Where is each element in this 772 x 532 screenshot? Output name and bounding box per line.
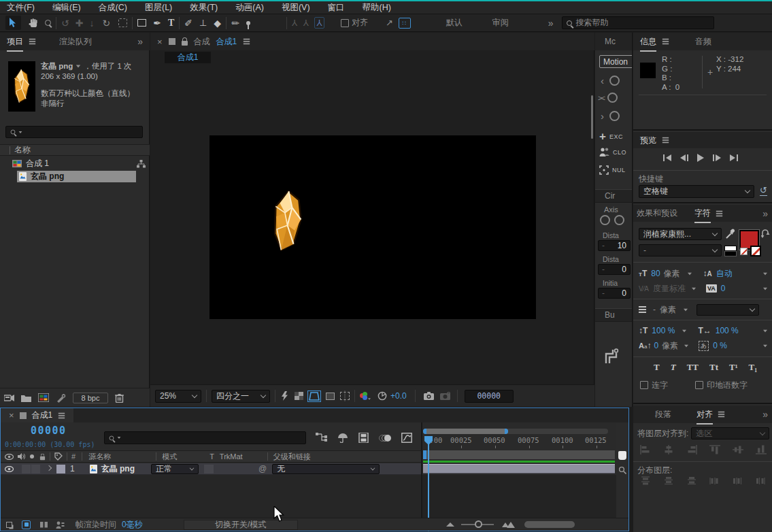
grid-guides-icon[interactable] xyxy=(340,392,350,400)
rectangle-tool-icon[interactable] xyxy=(137,19,146,27)
menu-edit[interactable]: 编辑(E) xyxy=(52,2,81,14)
shortcut-dropdown[interactable]: 空格键 xyxy=(639,185,754,198)
first-frame-button[interactable] xyxy=(663,154,671,161)
font-style-dropdown[interactable]: - xyxy=(639,244,722,256)
layer-name[interactable]: 玄晶 png xyxy=(101,463,135,475)
ligatures-checkbox[interactable] xyxy=(640,381,648,389)
solo-column-icon[interactable] xyxy=(30,454,34,459)
layer-expand-chevron[interactable] xyxy=(46,465,52,470)
mini-flowchart-icon[interactable] xyxy=(316,433,327,443)
anchor-target-icon[interactable] xyxy=(607,93,618,103)
brush-tool-icon[interactable]: ✐ xyxy=(184,18,192,29)
mask-visibility-icon[interactable] xyxy=(309,392,320,401)
horizontal-scale-dropdown-icon[interactable] xyxy=(763,329,767,332)
per-character-3d-icon[interactable]: ∷ xyxy=(399,18,411,29)
workspace-overflow-button[interactable]: » xyxy=(548,18,554,29)
selection-tool-button[interactable] xyxy=(5,16,21,30)
pickwhip-icon[interactable]: @ xyxy=(258,464,267,473)
hand-tool-icon[interactable] xyxy=(28,18,38,28)
align-left-button[interactable] xyxy=(640,445,651,454)
dolly-camera-tool-icon[interactable]: ↓ xyxy=(89,18,94,29)
font-size-value[interactable]: 80 xyxy=(651,269,660,278)
preview-panel-menu-icon[interactable] xyxy=(662,139,669,141)
default-fill-stroke-swatch[interactable] xyxy=(724,246,737,256)
parent-dropdown[interactable]: 无 xyxy=(272,464,380,474)
kerning-value[interactable]: 度量标准 xyxy=(653,283,686,295)
comp-timecode-box[interactable]: 00000 xyxy=(465,390,514,403)
leading-value[interactable]: 自动 xyxy=(716,268,733,280)
tab-paragraph[interactable]: 段落 xyxy=(655,409,671,420)
bit-depth-button[interactable]: 8 bpc xyxy=(73,393,108,403)
distribute-hcenter-button[interactable] xyxy=(733,476,743,486)
workspace-default-button[interactable]: 默认 xyxy=(446,17,463,29)
resolution-dropdown[interactable]: 四分之一 xyxy=(212,390,270,403)
anchor-left-icon[interactable]: ‹ xyxy=(601,75,604,86)
mode-column-header[interactable]: 模式 xyxy=(162,452,177,462)
snapshot-camera-icon[interactable] xyxy=(424,392,434,400)
timeline-zoom-slider[interactable] xyxy=(461,524,494,525)
label-column-icon[interactable] xyxy=(54,452,63,461)
project-tabs-overflow[interactable]: » xyxy=(137,36,143,47)
menu-window[interactable]: 窗口 xyxy=(328,2,345,14)
search-options-icon[interactable] xyxy=(19,131,22,133)
menu-composition[interactable]: 合成(C) xyxy=(99,2,127,14)
superscript-button[interactable]: T¹ xyxy=(729,362,738,373)
menu-effect[interactable]: 效果(T) xyxy=(190,2,218,14)
tab-info[interactable]: 信息 xyxy=(640,36,656,48)
expand-transfer-controls-icon[interactable] xyxy=(22,520,31,529)
small-caps-button[interactable]: Tt xyxy=(709,362,718,373)
baseline-shift-value[interactable]: 0 xyxy=(654,341,658,350)
motion-button[interactable]: Motion xyxy=(599,55,633,68)
distance-input-2[interactable]: - 0 xyxy=(598,264,631,275)
lock-column-icon[interactable] xyxy=(40,456,45,460)
work-area-bar[interactable] xyxy=(423,450,615,459)
frame-blending-icon[interactable] xyxy=(358,433,369,443)
no-fill-chip[interactable] xyxy=(740,248,748,255)
comp-panel-menu-icon[interactable] xyxy=(244,41,250,42)
align-right-button[interactable] xyxy=(686,445,697,454)
eyedropper-icon[interactable] xyxy=(726,228,735,239)
composition-viewport[interactable] xyxy=(209,135,536,319)
tracking-value[interactable]: 0 xyxy=(721,284,726,293)
excite-plus-icon[interactable]: + xyxy=(599,130,606,144)
lock-icon[interactable] xyxy=(182,41,188,46)
distribute-vcenter-button[interactable] xyxy=(663,476,674,486)
zoom-in-mountains-icon[interactable] xyxy=(502,522,515,528)
distance-input-1[interactable]: - 10 xyxy=(598,240,631,251)
layer-row[interactable]: 1 玄晶 png 正常 @ 无 xyxy=(1,463,421,475)
zoom-out-mountain-icon[interactable] xyxy=(446,522,454,527)
subscript-button[interactable]: T₁ xyxy=(749,362,758,373)
new-composition-icon[interactable] xyxy=(38,393,49,402)
playhead-line[interactable] xyxy=(428,436,429,531)
graph-editor-icon[interactable] xyxy=(401,433,412,443)
align-top-button[interactable] xyxy=(709,445,720,454)
channel-icon[interactable] xyxy=(360,392,371,401)
project-search-box[interactable] xyxy=(5,126,143,138)
layer-switch-cell[interactable] xyxy=(22,465,31,473)
source-name-column-header[interactable]: 源名称 xyxy=(88,452,111,462)
project-panel-menu-icon[interactable] xyxy=(29,41,35,42)
trkmat-column-header[interactable]: TrkMat xyxy=(220,452,243,461)
tsume-dropdown-icon[interactable] xyxy=(763,344,767,347)
project-row-comp[interactable]: 合成 1 xyxy=(0,158,150,169)
align-bottom-button[interactable] xyxy=(756,445,767,454)
character-panel-menu-icon[interactable] xyxy=(716,213,722,214)
orbit-camera-tool-icon[interactable]: ↺ xyxy=(61,18,69,29)
align-to-dropdown[interactable]: 选区 xyxy=(691,427,769,439)
search-options-icon[interactable] xyxy=(118,437,121,439)
rig-corner-icon[interactable] xyxy=(603,347,621,365)
close-timeline-tab-icon[interactable]: × xyxy=(9,410,14,420)
null-target-icon[interactable] xyxy=(599,165,609,175)
time-navigator-handle[interactable] xyxy=(423,429,508,434)
time-navigator-track[interactable] xyxy=(423,429,608,434)
interpret-footage-icon[interactable] xyxy=(4,394,14,402)
viewport-scrollbar[interactable] xyxy=(591,95,593,139)
expand-layer-switches-icon[interactable] xyxy=(6,522,12,528)
roto-brush-tool-icon[interactable]: ✏ xyxy=(231,18,239,29)
align-vcenter-button[interactable] xyxy=(733,445,743,454)
excite-label[interactable]: EXC xyxy=(609,133,623,140)
align-panel-menu-icon[interactable] xyxy=(718,414,724,415)
fast-previews-icon[interactable] xyxy=(280,391,289,401)
initial-input[interactable]: - 0 xyxy=(598,288,631,299)
timeline-tab-name[interactable]: 合成1 xyxy=(32,410,53,421)
